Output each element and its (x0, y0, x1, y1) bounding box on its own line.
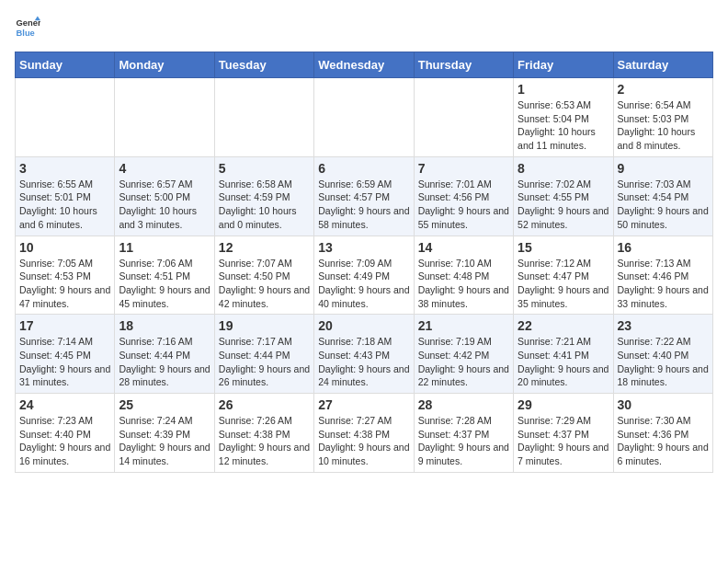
day-number: 27 (318, 397, 409, 412)
calendar-cell (214, 78, 313, 157)
day-info: Sunrise: 6:53 AM Sunset: 5:04 PM Dayligh… (518, 98, 609, 153)
day-number: 12 (219, 240, 310, 255)
day-number: 3 (19, 161, 110, 176)
day-info: Sunrise: 7:06 AM Sunset: 4:51 PM Dayligh… (119, 257, 210, 311)
day-number: 9 (618, 161, 709, 176)
calendar-cell: 29Sunrise: 7:29 AM Sunset: 4:37 PM Dayli… (514, 394, 613, 473)
calendar-cell: 23Sunrise: 7:22 AM Sunset: 4:40 PM Dayli… (613, 315, 712, 394)
day-number: 18 (119, 318, 210, 333)
day-number: 30 (618, 397, 709, 412)
calendar-cell: 7Sunrise: 7:01 AM Sunset: 4:56 PM Daylig… (414, 156, 513, 236)
day-info: Sunrise: 7:03 AM Sunset: 4:54 PM Dayligh… (618, 178, 709, 232)
day-number: 15 (518, 240, 609, 255)
calendar-cell: 16Sunrise: 7:13 AM Sunset: 4:46 PM Dayli… (613, 236, 712, 315)
weekday-header-thursday: Thursday (414, 52, 513, 78)
day-info: Sunrise: 6:54 AM Sunset: 5:03 PM Dayligh… (618, 98, 709, 153)
day-number: 1 (518, 82, 609, 97)
day-number: 6 (318, 161, 409, 176)
day-number: 2 (618, 82, 709, 97)
day-info: Sunrise: 7:28 AM Sunset: 4:37 PM Dayligh… (418, 414, 509, 468)
day-info: Sunrise: 7:29 AM Sunset: 4:37 PM Dayligh… (518, 414, 609, 468)
day-info: Sunrise: 7:27 AM Sunset: 4:38 PM Dayligh… (318, 414, 409, 468)
calendar-cell: 6Sunrise: 6:59 AM Sunset: 4:57 PM Daylig… (314, 156, 414, 236)
day-number: 7 (418, 161, 509, 176)
day-info: Sunrise: 7:21 AM Sunset: 4:41 PM Dayligh… (518, 335, 609, 389)
logo-icon: General Blue (15, 15, 40, 40)
day-info: Sunrise: 7:01 AM Sunset: 4:56 PM Dayligh… (418, 178, 509, 232)
calendar-cell: 18Sunrise: 7:16 AM Sunset: 4:44 PM Dayli… (115, 315, 214, 394)
calendar-cell: 30Sunrise: 7:30 AM Sunset: 4:36 PM Dayli… (613, 394, 712, 473)
calendar-cell: 5Sunrise: 6:58 AM Sunset: 4:59 PM Daylig… (214, 156, 313, 236)
day-info: Sunrise: 7:14 AM Sunset: 4:45 PM Dayligh… (19, 335, 110, 389)
calendar-cell: 3Sunrise: 6:55 AM Sunset: 5:01 PM Daylig… (16, 156, 115, 236)
day-number: 11 (119, 240, 210, 255)
logo: General Blue (15, 15, 44, 40)
calendar-cell: 8Sunrise: 7:02 AM Sunset: 4:55 PM Daylig… (514, 156, 613, 236)
day-number: 29 (518, 397, 609, 412)
weekday-header-sunday: Sunday (16, 52, 115, 78)
day-number: 10 (19, 240, 110, 255)
calendar-cell: 14Sunrise: 7:10 AM Sunset: 4:48 PM Dayli… (414, 236, 513, 315)
calendar-cell: 26Sunrise: 7:26 AM Sunset: 4:38 PM Dayli… (214, 394, 313, 473)
calendar-cell: 20Sunrise: 7:18 AM Sunset: 4:43 PM Dayli… (314, 315, 414, 394)
day-number: 16 (618, 240, 709, 255)
calendar-cell: 15Sunrise: 7:12 AM Sunset: 4:47 PM Dayli… (514, 236, 613, 315)
calendar-cell: 28Sunrise: 7:28 AM Sunset: 4:37 PM Dayli… (414, 394, 513, 473)
weekday-header-saturday: Saturday (613, 52, 712, 78)
day-info: Sunrise: 7:02 AM Sunset: 4:55 PM Dayligh… (518, 178, 609, 232)
calendar-cell: 1Sunrise: 6:53 AM Sunset: 5:04 PM Daylig… (514, 78, 613, 157)
calendar-cell: 22Sunrise: 7:21 AM Sunset: 4:41 PM Dayli… (514, 315, 613, 394)
day-number: 17 (19, 318, 110, 333)
svg-text:Blue: Blue (17, 29, 35, 38)
calendar-cell: 13Sunrise: 7:09 AM Sunset: 4:49 PM Dayli… (314, 236, 414, 315)
day-number: 23 (618, 318, 709, 333)
calendar-cell (16, 78, 115, 157)
day-info: Sunrise: 7:18 AM Sunset: 4:43 PM Dayligh… (318, 335, 409, 389)
day-info: Sunrise: 6:55 AM Sunset: 5:01 PM Dayligh… (19, 178, 110, 232)
calendar-cell: 9Sunrise: 7:03 AM Sunset: 4:54 PM Daylig… (613, 156, 712, 236)
weekday-header-friday: Friday (514, 52, 613, 78)
calendar-cell: 10Sunrise: 7:05 AM Sunset: 4:53 PM Dayli… (16, 236, 115, 315)
day-info: Sunrise: 7:23 AM Sunset: 4:40 PM Dayligh… (19, 414, 110, 468)
day-number: 5 (219, 161, 310, 176)
day-info: Sunrise: 6:59 AM Sunset: 4:57 PM Dayligh… (318, 178, 409, 232)
day-info: Sunrise: 7:19 AM Sunset: 4:42 PM Dayligh… (418, 335, 509, 389)
day-number: 20 (318, 318, 409, 333)
calendar-cell (414, 78, 513, 157)
day-info: Sunrise: 7:16 AM Sunset: 4:44 PM Dayligh… (119, 335, 210, 389)
day-number: 21 (418, 318, 509, 333)
calendar-cell (115, 78, 214, 157)
day-number: 8 (518, 161, 609, 176)
day-number: 22 (518, 318, 609, 333)
day-number: 26 (219, 397, 310, 412)
calendar-cell: 2Sunrise: 6:54 AM Sunset: 5:03 PM Daylig… (613, 78, 712, 157)
calendar-cell: 25Sunrise: 7:24 AM Sunset: 4:39 PM Dayli… (115, 394, 214, 473)
day-info: Sunrise: 7:12 AM Sunset: 4:47 PM Dayligh… (518, 257, 609, 311)
weekday-header-tuesday: Tuesday (214, 52, 313, 78)
weekday-header-wednesday: Wednesday (314, 52, 414, 78)
day-info: Sunrise: 7:22 AM Sunset: 4:40 PM Dayligh… (618, 335, 709, 389)
day-info: Sunrise: 7:05 AM Sunset: 4:53 PM Dayligh… (19, 257, 110, 311)
calendar-cell: 4Sunrise: 6:57 AM Sunset: 5:00 PM Daylig… (115, 156, 214, 236)
day-info: Sunrise: 7:07 AM Sunset: 4:50 PM Dayligh… (219, 257, 310, 311)
day-info: Sunrise: 7:13 AM Sunset: 4:46 PM Dayligh… (618, 257, 709, 311)
calendar-cell: 21Sunrise: 7:19 AM Sunset: 4:42 PM Dayli… (414, 315, 513, 394)
day-number: 13 (318, 240, 409, 255)
day-number: 4 (119, 161, 210, 176)
calendar-cell: 11Sunrise: 7:06 AM Sunset: 4:51 PM Dayli… (115, 236, 214, 315)
calendar-cell (314, 78, 414, 157)
day-number: 25 (119, 397, 210, 412)
day-info: Sunrise: 6:57 AM Sunset: 5:00 PM Dayligh… (119, 178, 210, 232)
calendar-cell: 19Sunrise: 7:17 AM Sunset: 4:44 PM Dayli… (214, 315, 313, 394)
day-info: Sunrise: 6:58 AM Sunset: 4:59 PM Dayligh… (219, 178, 310, 232)
day-number: 24 (19, 397, 110, 412)
day-info: Sunrise: 7:30 AM Sunset: 4:36 PM Dayligh… (618, 414, 709, 468)
day-info: Sunrise: 7:24 AM Sunset: 4:39 PM Dayligh… (119, 414, 210, 468)
day-number: 28 (418, 397, 509, 412)
day-info: Sunrise: 7:26 AM Sunset: 4:38 PM Dayligh… (219, 414, 310, 468)
page-header: General Blue (15, 15, 713, 40)
calendar-cell: 27Sunrise: 7:27 AM Sunset: 4:38 PM Dayli… (314, 394, 414, 473)
calendar-cell: 12Sunrise: 7:07 AM Sunset: 4:50 PM Dayli… (214, 236, 313, 315)
calendar-cell: 24Sunrise: 7:23 AM Sunset: 4:40 PM Dayli… (16, 394, 115, 473)
day-number: 19 (219, 318, 310, 333)
